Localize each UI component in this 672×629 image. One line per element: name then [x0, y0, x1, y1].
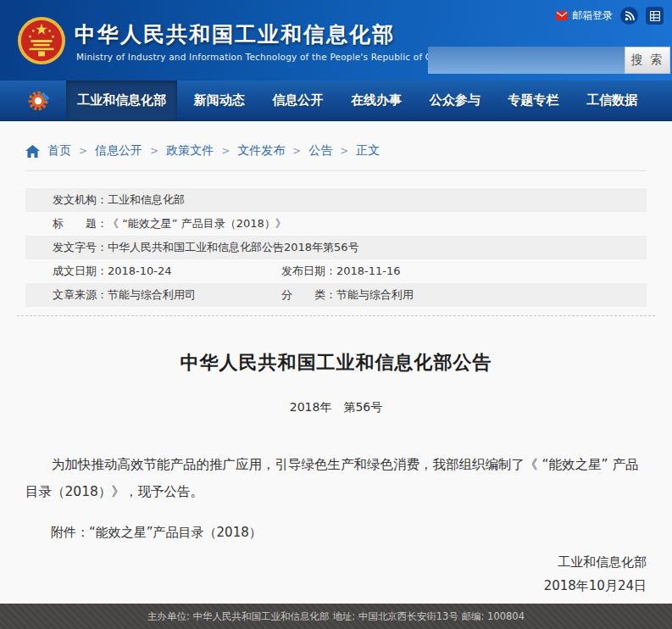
nav-item-online-services[interactable]: 在线办事 — [340, 81, 413, 120]
breadcrumb-current[interactable]: 正文 — [356, 143, 380, 159]
nav-item-data[interactable]: 工信数据 — [575, 81, 648, 120]
nav-item-special-topics[interactable]: 专题专栏 — [497, 81, 569, 120]
article-signer: 工业和信息化部 — [25, 554, 647, 571]
meta-value: 2018-10-24 — [108, 259, 172, 283]
rss-icon[interactable] — [620, 7, 638, 25]
meta-row-document-number: 发文字号： 中华人民共和国工业和信息化部公告2018年第56号 — [25, 236, 647, 259]
meta-value: 节能与综合利用司 — [108, 283, 196, 307]
meta-row-title: 标 题： 《 “能效之星” 产品目录（2018）》 — [25, 212, 647, 236]
breadcrumb-separator: > — [150, 145, 158, 157]
meta-cell: 文章来源： 节能与综合利用司 — [53, 283, 281, 307]
topbar: 邮箱登录 — [556, 7, 664, 25]
home-icon[interactable] — [25, 145, 40, 158]
site-header: 中华人民共和国工业和信息化部 Ministry of Industry and … — [0, 0, 672, 81]
meta-value: 工业和信息化部 — [108, 188, 185, 212]
breadcrumb: 首页 > 信息公开 > 政策文件 > 文件发布 > 公告 > 正文 — [25, 121, 647, 159]
breadcrumb-home[interactable]: 首页 — [47, 143, 71, 159]
meta-value: 2018-11-16 — [336, 259, 401, 283]
search-button[interactable]: 搜 索 — [625, 47, 670, 74]
search-bar: 搜 索 — [428, 47, 670, 74]
nav-items: 工业和信息化部 新闻动态 信息公开 在线办事 公众参与 专题专栏 工信数据 — [66, 81, 648, 120]
meta-label: 标 题： — [53, 212, 108, 236]
nav-item-info-disclosure[interactable]: 信息公开 — [261, 81, 334, 120]
search-input[interactable] — [428, 47, 625, 74]
breadcrumb-policy-files[interactable]: 政策文件 — [166, 143, 214, 159]
breadcrumb-separator: > — [221, 145, 230, 157]
meta-label: 发文字号： — [53, 236, 108, 259]
meta-cell: 成文日期： 2018-10-24 — [53, 259, 281, 283]
meta-cell: 发文字号： 中华人民共和国工业和信息化部公告2018年第56号 — [53, 236, 359, 259]
meta-cell: 发布日期： 2018-11-16 — [281, 259, 401, 283]
national-emblem-icon — [17, 16, 66, 65]
mail-login-label: 邮箱登录 — [572, 8, 613, 23]
nav-item-public-participation[interactable]: 公众参与 — [419, 81, 492, 120]
dashed-separator — [17, 315, 655, 316]
meta-row-issuing-agency: 发文机构： 工业和信息化部 — [25, 188, 647, 212]
meta-row-dates: 成文日期： 2018-10-24 发布日期： 2018-11-16 — [25, 259, 647, 283]
meta-label: 成文日期： — [53, 259, 108, 283]
article-issue-number: 2018年 第56号 — [25, 400, 647, 415]
meta-label: 分 类： — [281, 283, 336, 307]
content-area: 首页 > 信息公开 > 政策文件 > 文件发布 > 公告 > 正文 发文机构： … — [0, 121, 672, 604]
meta-cell: 标 题： 《 “能效之星” 产品目录（2018）》 — [53, 212, 286, 236]
meta-cell: 发文机构： 工业和信息化部 — [53, 188, 185, 212]
document-meta-table: 发文机构： 工业和信息化部 标 题： 《 “能效之星” 产品目录（2018）》 … — [25, 188, 647, 307]
meta-value: 中华人民共和国工业和信息化部公告2018年第56号 — [108, 236, 359, 259]
mail-icon — [556, 11, 568, 20]
site-subtitle: Ministry of Industry and Information Tec… — [76, 52, 452, 62]
article-sign-date: 2018年10月24日 — [25, 578, 647, 594]
breadcrumb-separator: > — [340, 145, 348, 157]
breadcrumb-file-release[interactable]: 文件发布 — [237, 143, 285, 159]
page: { "header": { "site_title": "中华人民共和国工业和信… — [0, 0, 672, 629]
footer-text: 主办单位: 中华人民共和国工业和信息化部 地址: 中国北京西长安街13号 邮编:… — [147, 610, 525, 622]
meta-value: 《 “能效之星” 产品目录（2018）》 — [108, 212, 286, 236]
article-attachment-link[interactable]: 附件：“能效之星”产品目录（2018） — [25, 525, 647, 541]
meta-label: 发布日期： — [281, 259, 336, 283]
meta-value: 节能与综合利用 — [336, 283, 414, 307]
nav-item-miit[interactable]: 工业和信息化部 — [66, 81, 177, 120]
breadcrumb-divider — [25, 170, 647, 171]
grid-icon[interactable] — [646, 7, 664, 25]
site-title: 中华人民共和国工业和信息化部 — [75, 20, 395, 48]
mail-login-link[interactable]: 邮箱登录 — [556, 8, 613, 23]
breadcrumb-announcement[interactable]: 公告 — [308, 143, 332, 159]
meta-label: 文章来源： — [53, 283, 108, 307]
breadcrumb-info-disclosure[interactable]: 信息公开 — [95, 143, 142, 159]
breadcrumb-separator: > — [292, 145, 301, 157]
miit-gear-logo-icon — [27, 89, 51, 113]
breadcrumb-separator: > — [79, 145, 87, 157]
article-title: 中华人民共和国工业和信息化部公告 — [25, 350, 647, 376]
meta-row-source-category: 文章来源： 节能与综合利用司 分 类： 节能与综合利用 — [25, 283, 647, 307]
main-nav: 工业和信息化部 新闻动态 信息公开 在线办事 公众参与 专题专栏 工信数据 — [0, 81, 672, 121]
meta-label: 发文机构： — [53, 188, 108, 212]
article-body-paragraph: 为加快推动高效节能产品的推广应用，引导绿色生产和绿色消费，我部组织编制了《 “能… — [25, 451, 647, 505]
nav-item-news[interactable]: 新闻动态 — [183, 81, 256, 120]
site-footer: 主办单位: 中华人民共和国工业和信息化部 地址: 中国北京西长安街13号 邮编:… — [0, 604, 672, 629]
meta-cell: 分 类： 节能与综合利用 — [281, 283, 414, 307]
